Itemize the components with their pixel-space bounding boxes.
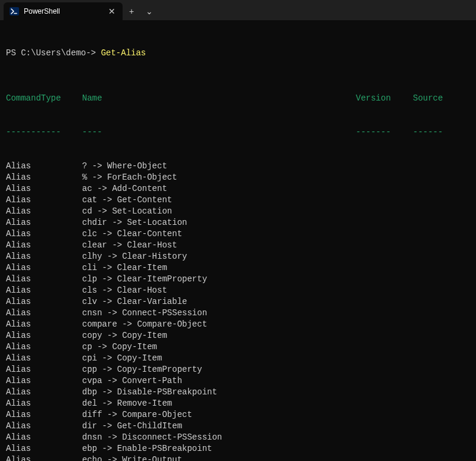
table-row: Aliasac -> Add-Content bbox=[6, 183, 470, 195]
table-row: Aliascls -> Clear-Host bbox=[6, 285, 470, 296]
table-row: Aliascopy -> Copy-Item bbox=[6, 330, 470, 341]
table-row: Aliascp -> Copy-Item bbox=[6, 341, 470, 353]
header-version: Version bbox=[356, 93, 413, 104]
cell-name: ac -> Add-Content bbox=[82, 183, 356, 195]
tab-powershell[interactable]: PowerShell ✕ bbox=[4, 2, 123, 20]
cell-commandtype: Alias bbox=[6, 206, 82, 217]
table-row: Aliascpi -> Copy-Item bbox=[6, 353, 470, 364]
cell-name: copy -> Copy-Item bbox=[82, 330, 356, 341]
table-row: Aliasdiff -> Compare-Object bbox=[6, 409, 470, 421]
cell-name: % -> ForEach-Object bbox=[82, 172, 356, 183]
tab-close-button[interactable]: ✕ bbox=[107, 7, 117, 16]
terminal-output[interactable]: PS C:\Users\demo-> Get-Alias CommandType… bbox=[0, 20, 476, 461]
header-name: Name bbox=[82, 93, 356, 104]
prompt-line: PS C:\Users\demo-> Get-Alias bbox=[6, 48, 470, 59]
table-row: Aliasclear -> Clear-Host bbox=[6, 240, 470, 251]
cell-name: cli -> Clear-Item bbox=[82, 262, 356, 274]
header-commandtype: CommandType bbox=[6, 93, 82, 104]
table-row: Aliascvpa -> Convert-Path bbox=[6, 375, 470, 387]
tab-title: PowerShell bbox=[24, 7, 102, 15]
table-row: Aliasclhy -> Clear-History bbox=[6, 251, 470, 262]
table-row: Alias% -> ForEach-Object bbox=[6, 172, 470, 183]
cell-name: chdir -> Set-Location bbox=[82, 217, 356, 228]
table-row: Aliasecho -> Write-Output bbox=[6, 454, 470, 461]
cell-commandtype: Alias bbox=[6, 296, 82, 308]
cell-name: cvpa -> Convert-Path bbox=[82, 375, 356, 387]
cell-commandtype: Alias bbox=[6, 330, 82, 341]
cell-name: dbp -> Disable-PSBreakpoint bbox=[82, 387, 356, 398]
cell-name: cat -> Get-Content bbox=[82, 195, 356, 206]
cell-commandtype: Alias bbox=[6, 262, 82, 274]
cell-commandtype: Alias bbox=[6, 454, 82, 461]
table-row: Aliascnsn -> Connect-PSSession bbox=[6, 308, 470, 319]
cell-name: ebp -> Enable-PSBreakpoint bbox=[82, 443, 356, 454]
cell-name: echo -> Write-Output bbox=[82, 454, 356, 461]
cell-name: dnsn -> Disconnect-PSSession bbox=[82, 432, 356, 443]
table-row: Alias? -> Where-Object bbox=[6, 161, 470, 172]
cell-commandtype: Alias bbox=[6, 161, 82, 172]
table-row: Aliascat -> Get-Content bbox=[6, 195, 470, 206]
powershell-icon bbox=[10, 7, 19, 16]
cell-name: diff -> Compare-Object bbox=[82, 409, 356, 421]
cell-commandtype: Alias bbox=[6, 274, 82, 285]
cell-commandtype: Alias bbox=[6, 443, 82, 454]
cell-name: clhy -> Clear-History bbox=[82, 251, 356, 262]
cell-name: cp -> Copy-Item bbox=[82, 341, 356, 353]
table-row: Aliascd -> Set-Location bbox=[6, 206, 470, 217]
prompt-path: C:\Users\demo-> bbox=[21, 48, 96, 58]
cell-commandtype: Alias bbox=[6, 285, 82, 296]
header-underline-row: ---------------------------- bbox=[6, 127, 470, 138]
cell-name: cd -> Set-Location bbox=[82, 206, 356, 217]
new-tab-button[interactable]: + bbox=[123, 2, 140, 20]
table-row: Aliasdbp -> Disable-PSBreakpoint bbox=[6, 387, 470, 398]
prompt-ps: PS bbox=[6, 48, 21, 58]
table-row: Aliasdel -> Remove-Item bbox=[6, 398, 470, 409]
svg-rect-0 bbox=[10, 7, 19, 15]
table-row: Aliaschdir -> Set-Location bbox=[6, 217, 470, 228]
cell-commandtype: Alias bbox=[6, 195, 82, 206]
table-row: Aliascli -> Clear-Item bbox=[6, 262, 470, 274]
tab-dropdown-button[interactable]: ⌄ bbox=[140, 2, 158, 20]
cell-name: clp -> Clear-ItemProperty bbox=[82, 274, 356, 285]
cell-name: cpp -> Copy-ItemProperty bbox=[82, 364, 356, 375]
prompt-command: Get-Alias bbox=[101, 48, 146, 58]
cell-name: cpi -> Copy-Item bbox=[82, 353, 356, 364]
cell-commandtype: Alias bbox=[6, 308, 82, 319]
cell-commandtype: Alias bbox=[6, 375, 82, 387]
cell-name: cls -> Clear-Host bbox=[82, 285, 356, 296]
cell-commandtype: Alias bbox=[6, 421, 82, 432]
cell-name: clc -> Clear-Content bbox=[82, 228, 356, 240]
cell-commandtype: Alias bbox=[6, 217, 82, 228]
title-bar: PowerShell ✕ + ⌄ bbox=[0, 0, 476, 20]
cell-commandtype: Alias bbox=[6, 228, 82, 240]
cell-commandtype: Alias bbox=[6, 251, 82, 262]
cell-name: dir -> Get-ChildItem bbox=[82, 421, 356, 432]
cell-name: clear -> Clear-Host bbox=[82, 240, 356, 251]
cell-name: compare -> Compare-Object bbox=[82, 319, 356, 330]
cell-name: ? -> Where-Object bbox=[82, 161, 356, 172]
cell-name: cnsn -> Connect-PSSession bbox=[82, 308, 356, 319]
table-row: Aliasdir -> Get-ChildItem bbox=[6, 421, 470, 432]
cell-commandtype: Alias bbox=[6, 183, 82, 195]
table-row: Aliasebp -> Enable-PSBreakpoint bbox=[6, 443, 470, 454]
cell-commandtype: Alias bbox=[6, 240, 82, 251]
cell-commandtype: Alias bbox=[6, 387, 82, 398]
cell-name: clv -> Clear-Variable bbox=[82, 296, 356, 308]
cell-commandtype: Alias bbox=[6, 364, 82, 375]
table-row: Aliasclc -> Clear-Content bbox=[6, 228, 470, 240]
table-row: Aliasclv -> Clear-Variable bbox=[6, 296, 470, 308]
cell-name: del -> Remove-Item bbox=[82, 398, 356, 409]
cell-commandtype: Alias bbox=[6, 319, 82, 330]
cell-commandtype: Alias bbox=[6, 398, 82, 409]
table-row: Aliasclp -> Clear-ItemProperty bbox=[6, 274, 470, 285]
cell-commandtype: Alias bbox=[6, 341, 82, 353]
header-source: Source bbox=[413, 93, 443, 104]
header-row: CommandTypeNameVersionSource bbox=[6, 93, 470, 104]
cell-commandtype: Alias bbox=[6, 172, 82, 183]
cell-commandtype: Alias bbox=[6, 409, 82, 421]
table-row: Aliascompare -> Compare-Object bbox=[6, 319, 470, 330]
table-row: Aliascpp -> Copy-ItemProperty bbox=[6, 364, 470, 375]
table-row: Aliasdnsn -> Disconnect-PSSession bbox=[6, 432, 470, 443]
cell-commandtype: Alias bbox=[6, 353, 82, 364]
cell-commandtype: Alias bbox=[6, 432, 82, 443]
